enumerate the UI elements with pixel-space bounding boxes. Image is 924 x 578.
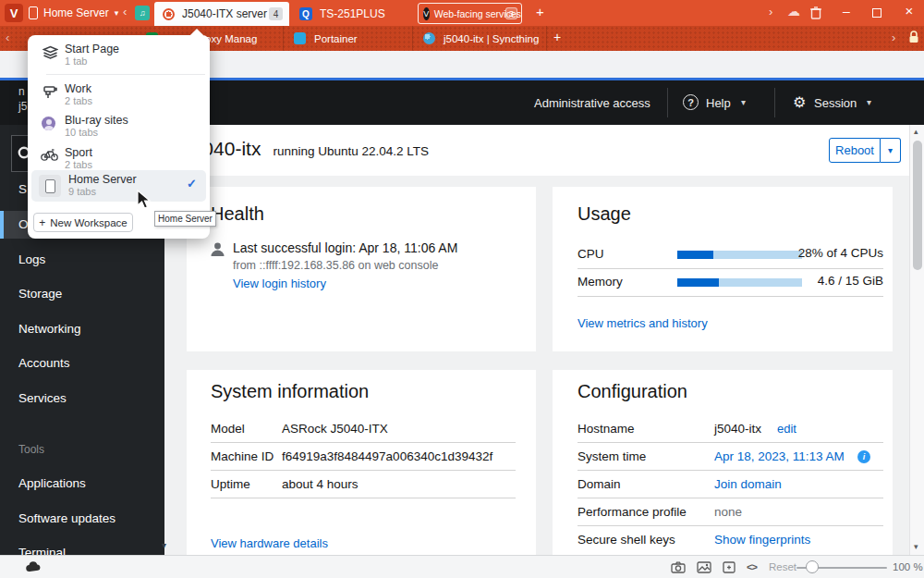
- sysinfo-card-title: System information: [211, 381, 369, 402]
- machine-id-value: f64919a3f8484497a006340c1d39432f: [282, 449, 492, 463]
- zoom-reset-label[interactable]: Reset: [769, 561, 796, 572]
- lock-icon: [908, 31, 919, 44]
- scroll-up-icon[interactable]: ▴: [914, 127, 918, 136]
- workspace-item-label: Sport: [65, 146, 92, 159]
- sync-cloud-icon[interactable]: ☁: [787, 4, 800, 18]
- zoom-level-label: 100 %: [893, 561, 923, 572]
- window-minimize-button[interactable]: –: [837, 4, 856, 18]
- substack-new-tab-button[interactable]: +: [553, 30, 561, 44]
- view-hardware-details-link[interactable]: View hardware details: [211, 536, 328, 550]
- session-caret-icon[interactable]: ▾: [867, 97, 871, 107]
- tab-count-badge: 4: [269, 7, 283, 20]
- workspace-item-home-server[interactable]: Home Server 9 tabs ✓: [31, 170, 206, 202]
- row-divider: [578, 442, 883, 443]
- divider: [667, 88, 668, 117]
- sidebar-item-logs[interactable]: Logs: [18, 252, 45, 266]
- ssh-keys-label: Secure shell keys: [578, 533, 675, 547]
- sidebar-item-fragment[interactable]: S: [18, 182, 27, 196]
- reboot-button[interactable]: Reboot: [829, 138, 881, 163]
- tab-ts251plus[interactable]: Q TS-251PLUS: [292, 2, 414, 26]
- help-icon[interactable]: ?: [683, 94, 699, 110]
- workspace-switcher-button[interactable]: Home Server ▾: [29, 4, 123, 22]
- vivaldi-menu-button[interactable]: V: [5, 4, 23, 22]
- sidebar-item-terminal[interactable]: Terminal: [18, 546, 66, 555]
- workspace-item-count: 2 tabs: [65, 95, 92, 106]
- music-app-icon: ♫: [140, 8, 146, 18]
- plus-icon: +: [39, 216, 45, 229]
- view-metrics-link[interactable]: View metrics and history: [578, 316, 708, 330]
- tab-scroll-right-icon[interactable]: ›: [769, 5, 772, 18]
- usage-card: Usage CPU 28% of 4 CPUs Memory 4.6 / 15 …: [553, 187, 893, 351]
- tooltip: Home Server: [154, 211, 216, 227]
- usage-card-title: Usage: [578, 203, 631, 225]
- uptime-label: Uptime: [211, 477, 250, 491]
- hostname-edit-link[interactable]: edit: [777, 422, 796, 436]
- window-close-button[interactable]: ×: [900, 3, 918, 18]
- workspace-item-label: Blu-ray sites: [65, 114, 128, 127]
- sidebar-item-label: O: [18, 217, 29, 231]
- new-workspace-button[interactable]: + New Workspace: [33, 213, 133, 232]
- row-divider: [578, 268, 883, 269]
- admin-access-label[interactable]: Administrative access: [534, 96, 650, 110]
- workspace-item-label: Work: [65, 82, 91, 95]
- subtab-portainer[interactable]: Portainer: [286, 26, 413, 51]
- cockpit-content: j5040-itx running Ubuntu 22.04.2 LTS Reb…: [164, 125, 924, 555]
- join-domain-link[interactable]: Join domain: [714, 477, 782, 491]
- scrollbar-thumb[interactable]: [913, 141, 922, 270]
- subtab-syncthing[interactable]: j5040-itx | Syncthing: [416, 26, 547, 51]
- capture-camera-icon[interactable]: [671, 561, 686, 573]
- sidebar-item-applications[interactable]: Applications: [18, 476, 86, 490]
- tablet-icon-box: [39, 175, 61, 197]
- check-icon: ✓: [187, 177, 197, 191]
- system-information-card: System information Model ASRock J5040-IT…: [187, 370, 536, 555]
- masthead-user-fragment: n: [18, 85, 25, 98]
- page-image-toggle-icon[interactable]: [697, 561, 711, 573]
- tablet-icon: [29, 6, 38, 19]
- tab-scroll-left-icon[interactable]: ‹: [123, 5, 127, 18]
- sidebar-item-services[interactable]: Services: [18, 391, 67, 405]
- sidebar-item-storage[interactable]: Storage: [18, 287, 62, 301]
- help-caret-icon[interactable]: ▾: [741, 97, 746, 107]
- sidebar-item-accounts[interactable]: Accounts: [18, 356, 70, 370]
- window-maximize-button[interactable]: [872, 8, 881, 18]
- domain-label: Domain: [578, 477, 621, 491]
- substack-scroll-left-icon[interactable]: ‹: [6, 31, 9, 44]
- workspace-item-label: Home Server: [68, 173, 137, 186]
- page-tiling-icon[interactable]: [723, 561, 736, 573]
- substack-scroll-right-icon[interactable]: ›: [892, 31, 895, 44]
- performance-profile-label: Performance profile: [578, 505, 687, 519]
- sidebar-item-networking[interactable]: Networking: [18, 322, 81, 336]
- config-card-title: Configuration: [578, 381, 687, 402]
- pinned-tab[interactable]: ♫: [135, 6, 150, 20]
- sidebar-item-software-updates[interactable]: Software updates: [18, 511, 116, 525]
- tab-stack-web-facing[interactable]: V Web-facing services 3: [418, 3, 522, 24]
- view-login-history-link[interactable]: View login history: [233, 277, 326, 290]
- configuration-card: Configuration Hostname j5040-itx edit Sy…: [553, 370, 893, 555]
- show-fingerprints-link[interactable]: Show fingerprints: [714, 533, 810, 547]
- cpu-value: 28% of 4 CPUs: [776, 246, 883, 260]
- new-tab-button[interactable]: +: [536, 4, 544, 19]
- page-source-icon[interactable]: <>: [747, 561, 757, 572]
- tool-icon: [43, 85, 57, 100]
- workspace-item-count: 1 tab: [65, 55, 87, 67]
- gear-icon[interactable]: ⚙: [793, 93, 806, 111]
- time-info-icon[interactable]: i: [857, 450, 870, 463]
- avatar-icon: [42, 117, 55, 130]
- zoom-slider-handle[interactable]: [806, 560, 819, 573]
- help-label[interactable]: Help: [706, 96, 731, 110]
- sidebar-scroll-down-icon[interactable]: ▾: [162, 540, 166, 550]
- tab-active[interactable]: J5040-ITX server 4: [154, 2, 289, 26]
- reboot-dropdown-button[interactable]: ▾: [881, 138, 901, 163]
- session-label[interactable]: Session: [814, 96, 857, 110]
- content-scrollbar[interactable]: ▴ ▾: [909, 125, 924, 555]
- sync-status-cloud-icon[interactable]: [26, 561, 42, 572]
- workspace-item-count: 9 tabs: [68, 186, 96, 197]
- trash-closed-tabs-icon[interactable]: [809, 6, 822, 20]
- tab-stack-count-badge: 3: [505, 7, 517, 19]
- hostname-value: j5040-itx: [714, 422, 761, 436]
- last-login-text: Last successful login: Apr 18, 11:06 AM: [233, 240, 457, 255]
- system-time-link[interactable]: Apr 18, 2023, 11:13 AM: [714, 449, 845, 463]
- tab-title: j5040-itx | Syncthing: [444, 33, 539, 44]
- scroll-down-icon[interactable]: ▾: [914, 542, 918, 551]
- memory-progress-fill: [677, 278, 719, 287]
